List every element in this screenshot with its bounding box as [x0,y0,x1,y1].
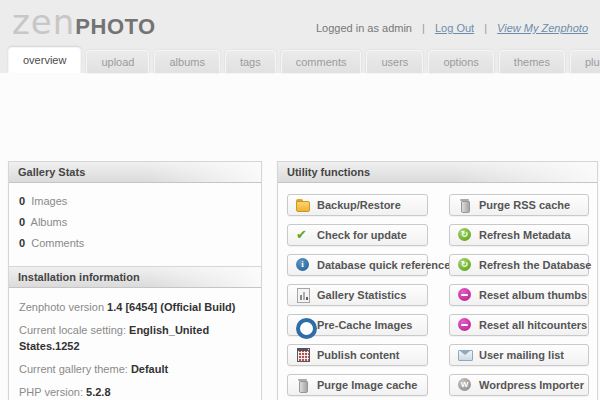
stat-label: Comments [31,237,84,249]
logo-zen-text: zen [12,2,75,42]
folder-icon [295,198,310,212]
wordpress-icon [457,378,472,392]
button-label: Database quick reference [317,259,450,271]
minus-icon [457,318,472,332]
logout-link[interactable]: Log Out [435,22,474,34]
logged-in-status: Logged in as admin [316,22,412,34]
tab-upload[interactable]: upload [86,50,149,73]
tab-users[interactable]: users [366,50,423,73]
stat-label: Images [31,195,67,207]
tab-comments[interactable]: comments [281,50,362,73]
purge-rss-cache-button[interactable]: Purge RSS cache [449,194,589,216]
button-label: Refresh the Database [479,259,592,271]
button-label: Publish content [317,349,400,361]
stat-count: 0 [19,216,25,228]
backup-restore-button[interactable]: Backup/Restore [287,194,428,216]
button-label: User mailing list [479,349,564,361]
install-row-php-version: PHP version: 5.2.8 [19,385,251,400]
tab-albums[interactable]: albums [154,50,219,73]
installation-info-header: Installation information [9,267,261,288]
info-icon [295,258,310,272]
refresh-icon [457,228,472,242]
user-mailing-list-button[interactable]: User mailing list [449,344,589,366]
utility-functions-header: Utility functions [278,162,597,183]
chart-icon [295,288,310,302]
database-quick-reference-button[interactable]: Database quick reference [287,254,428,276]
tab-tags[interactable]: tags [225,50,276,73]
stat-count: 0 [19,195,25,207]
trash-icon [295,378,310,392]
refresh-icon [457,258,472,272]
stat-count: 0 [19,237,25,249]
admin-tab-bar: overview upload albums tags comments use… [8,47,600,73]
trash-icon [457,198,472,212]
installation-info-body: Zenphoto version 1.4 [6454] (Official Bu… [9,288,261,400]
check-icon [295,228,310,242]
minus-icon [457,288,472,302]
grid-icon [295,348,310,362]
stat-albums: 0 Albums [19,216,251,228]
button-label: Reset album thumbs [479,289,587,301]
mail-icon [457,348,472,362]
utility-buttons-grid: Backup/Restore Purge RSS cache Check for… [278,183,597,400]
tab-overview[interactable]: overview [8,47,81,73]
reset-all-hitcounters-button[interactable]: Reset all hitcounters [449,314,589,336]
tab-options[interactable]: options [428,50,493,73]
wordpress-importer-button[interactable]: Wordpress Importer [449,374,589,396]
gallery-stats-body: 0 Images 0 Albums 0 Comments [9,183,261,268]
utility-functions-panel: Utility functions Backup/Restore Purge R… [277,161,598,400]
button-label: Purge RSS cache [479,199,570,211]
install-row-theme: Current gallery theme: Default [19,362,251,378]
button-label: Pre-Cache Images [317,319,412,331]
gallery-statistics-button[interactable]: Gallery Statistics [287,284,428,306]
check-for-update-button[interactable]: Check for update [287,224,428,246]
publish-content-button[interactable]: Publish content [287,344,428,366]
refresh-database-button[interactable]: Refresh the Database [449,254,589,276]
zenphoto-logo: zenPHOTO [12,2,156,42]
stat-comments: 0 Comments [19,237,251,249]
button-label: Gallery Statistics [317,289,406,301]
pre-cache-images-button[interactable]: Pre-Cache Images [287,314,428,336]
tab-plugins[interactable]: plugins [570,50,600,73]
install-row-locale: Current locale setting: English_United S… [19,323,251,355]
install-row-version: Zenphoto version 1.4 [6454] (Official Bu… [19,300,251,316]
stat-images: 0 Images [19,195,251,207]
refresh-metadata-button[interactable]: Refresh Metadata [449,224,589,246]
button-label: Purge Image cache [317,379,417,391]
button-label: Reset all hitcounters [479,319,587,331]
gallery-stats-panel: Gallery Stats 0 Images 0 Albums 0 Commen… [8,161,262,269]
logo-photo-text: PHOTO [75,14,155,39]
cache-icon [295,318,310,332]
tab-themes[interactable]: themes [499,50,565,73]
button-label: Refresh Metadata [479,229,571,241]
separator: | [484,22,487,34]
gallery-stats-header: Gallery Stats [9,162,261,183]
button-label: Backup/Restore [317,199,401,211]
view-site-link[interactable]: View My Zenphoto [497,22,588,34]
installation-info-panel: Installation information Zenphoto versio… [8,266,262,400]
reset-album-thumbs-button[interactable]: Reset album thumbs [449,284,589,306]
purge-image-cache-button[interactable]: Purge Image cache [287,374,428,396]
session-bar: Logged in as admin | Log Out | View My Z… [316,22,588,34]
content-area: Gallery Stats 0 Images 0 Albums 0 Commen… [0,73,600,400]
button-label: Wordpress Importer [479,379,584,391]
stat-label: Albums [31,216,68,228]
separator: | [422,22,425,34]
button-label: Check for update [317,229,407,241]
